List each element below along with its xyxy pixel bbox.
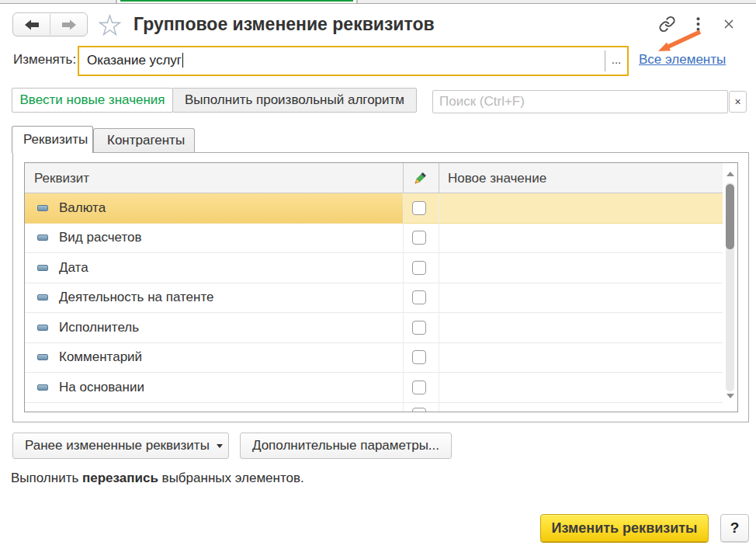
row-checkbox[interactable] [412,408,426,412]
window-tab-strip [0,0,756,4]
run-custom-algorithm-button[interactable]: Выполнить произвольный алгоритм [172,88,417,113]
attribute-name: Комментарий [59,349,142,365]
help-button[interactable]: ? [720,514,749,542]
attribute-name: Валюта [59,200,106,216]
attributes-tab-panel: Реквизит Новое значение ВалютаВид расчет… [12,152,749,422]
page-title: Групповое изменение реквизитов [134,14,435,35]
scrollbar-track[interactable] [726,182,734,391]
row-checkbox[interactable] [412,380,426,394]
additional-parameters-button[interactable]: Дополнительные параметры... [240,433,452,459]
group-attribute-change-window: Групповое изменение реквизитов Изменять:… [0,0,756,549]
choose-value-button[interactable]: ... [605,50,627,71]
selected-row-highlight [404,193,723,223]
column-header-attribute[interactable]: Реквизит [34,171,89,186]
previously-changed-attributes-label: Ранее измененные реквизиты [25,438,210,453]
active-tab-accent [120,0,353,2]
change-target-label: Изменять: [13,52,76,68]
vertical-scrollbar [723,163,737,412]
attribute-item-icon [37,384,48,391]
row-checkbox[interactable] [412,231,426,245]
change-target-value: Оказание услуг [87,53,183,68]
dropdown-caret-icon [217,444,223,448]
enter-new-values-button[interactable]: Ввести новые значения [12,88,173,113]
back-button[interactable] [13,13,50,36]
close-icon[interactable] [723,18,735,30]
table-rows: ВалютаВид расчетовДатаДеятельность на па… [25,193,723,412]
attribute-item-icon [37,294,48,301]
attribute-item-icon [37,354,48,360]
search-clear-button[interactable]: × [729,91,747,113]
previously-changed-attributes-button[interactable]: Ранее измененные реквизиты [12,433,229,459]
attributes-table: Реквизит Новое значение ВалютаВид расчет… [24,162,738,412]
column-separator [439,194,439,412]
scroll-up-arrow-icon[interactable] [727,172,734,176]
row-checkbox[interactable] [412,321,426,335]
table-row[interactable]: На основании [25,373,723,403]
tab-attributes[interactable]: Реквизиты [12,126,93,153]
table-header: Реквизит Новое значение [25,163,723,193]
row-checkbox[interactable] [412,261,426,275]
forward-arrow-icon [61,19,78,30]
attribute-name: На основании [59,380,144,395]
scrollbar-thumb[interactable] [726,184,734,249]
search-placeholder: Поиск (Ctrl+F) [439,94,525,109]
change-attributes-button[interactable]: Изменить реквизиты [540,514,709,542]
table-row[interactable]: Исполнитель [25,313,723,343]
column-separator [403,194,404,412]
attribute-item-icon [37,235,48,241]
history-nav-group [12,12,88,36]
column-header-new-value[interactable]: Новое значение [448,171,546,186]
table-row[interactable]: Вид расчетов [25,224,723,254]
attribute-name: Деятельность на патенте [59,290,213,305]
scroll-down-arrow-icon[interactable] [727,394,734,398]
partially-visible-row [25,403,723,412]
row-checkbox[interactable] [412,201,426,215]
attribute-item-icon [37,325,48,331]
table-row[interactable]: Дата [25,253,723,283]
table-row[interactable]: Деятельность на патенте [25,283,723,314]
attribute-item-icon [37,265,48,271]
search-input[interactable]: Поиск (Ctrl+F) [432,90,728,113]
attribute-name: Исполнитель [59,320,139,335]
attribute-item-icon [37,205,48,211]
tab-strip-border [0,3,756,4]
annotation-arrow-icon [650,26,706,57]
change-target-input[interactable]: Оказание услуг ... [78,46,629,76]
attribute-name: Дата [59,260,88,276]
forward-button[interactable] [50,13,87,36]
table-row[interactable]: Комментарий [25,343,723,374]
tab-counterparties[interactable]: Контрагенты [93,128,195,152]
row-checkbox[interactable] [412,350,426,364]
text-caret [182,53,183,68]
column-separator [439,163,439,193]
edit-pencil-icon [413,170,428,186]
column-separator [403,163,404,193]
favorite-star-icon[interactable] [99,14,121,36]
additional-parameters-label: Дополнительные параметры... [252,438,439,453]
attribute-name: Вид расчетов [59,230,142,245]
rewrite-summary-text: Выполнить перезапись выбранных элементов… [11,471,304,486]
back-arrow-icon [23,19,40,30]
row-checkbox[interactable] [412,290,426,304]
table-row[interactable]: Валюта [25,193,723,224]
